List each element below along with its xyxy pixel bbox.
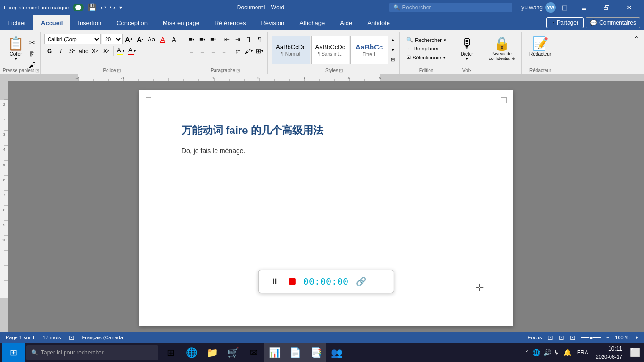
language[interactable]: Français (Canada) xyxy=(82,335,125,340)
proofing-icon[interactable]: ⊡ xyxy=(69,334,74,341)
confidentialite-button[interactable]: 🔒 Niveau de confidentialité xyxy=(485,34,519,63)
justify-button[interactable]: ≡ xyxy=(219,46,229,56)
taskview-button[interactable]: ⊞ xyxy=(160,343,181,362)
comments-button[interactable]: 💬 Commentaires xyxy=(586,17,640,28)
align-center-button[interactable]: ≡ xyxy=(197,46,207,56)
focus-button[interactable]: Focus xyxy=(528,335,542,340)
clear-format-button[interactable]: A xyxy=(157,34,168,44)
zoom-level[interactable]: 100 % xyxy=(615,335,629,340)
mail-button[interactable]: ✉ xyxy=(243,343,264,362)
tab-fichier[interactable]: Fichier xyxy=(0,15,33,30)
autosave-toggle[interactable] xyxy=(73,4,84,11)
tab-antidote[interactable]: Antidote xyxy=(360,15,397,30)
stop-button[interactable] xyxy=(289,278,296,285)
coller-button[interactable]: 📋 Coller ▾ xyxy=(5,34,27,63)
shading-button[interactable]: 🖍▾ xyxy=(243,46,254,56)
document-body[interactable]: Do, je fais le ménage. xyxy=(182,147,471,155)
style-titre1[interactable]: AaBbCc Titre 1 xyxy=(350,36,388,64)
edge-button[interactable]: 🌐 xyxy=(181,343,202,362)
tray-chevron[interactable]: ⌃ xyxy=(525,349,529,356)
close-button[interactable]: ✕ xyxy=(619,0,640,15)
mic-icon[interactable]: 🎙 xyxy=(554,349,561,356)
tab-revision[interactable]: Révision xyxy=(253,15,292,30)
decrease-indent-button[interactable]: ⇤ xyxy=(222,34,232,44)
styles-down-button[interactable]: ▼ xyxy=(389,45,396,55)
powerpoint-button[interactable]: 📑 xyxy=(305,343,326,362)
align-right-button[interactable]: ≡ xyxy=(208,46,218,56)
cut-button[interactable]: ✂ xyxy=(27,38,37,48)
tab-affichage[interactable]: Affichage xyxy=(292,15,332,30)
search-bar[interactable]: 🔍 xyxy=(389,3,512,12)
excel-button[interactable]: 📊 xyxy=(264,343,285,362)
word-button[interactable]: 📄 xyxy=(285,343,305,362)
increase-indent-button[interactable]: ⇥ xyxy=(232,34,243,44)
italic-button[interactable]: I xyxy=(56,46,66,56)
borders-button[interactable]: ⊞▾ xyxy=(254,46,264,56)
text-highlight-button[interactable]: A ▾ xyxy=(116,46,126,56)
save-icon[interactable]: 💾 xyxy=(88,3,97,12)
document-area[interactable]: 万能动词 faire 的几个高级用法 Do, je fais le ménage… xyxy=(8,81,644,332)
share-button[interactable]: ↑ Partager xyxy=(546,17,584,28)
redacteur-button[interactable]: 📝 Rédacteur xyxy=(526,34,555,58)
style-normal[interactable]: AaBbCcDc ¶ Normal xyxy=(272,36,310,64)
change-case-button[interactable]: Aa xyxy=(146,34,157,44)
ribbon-collapse-button[interactable]: ⌃ xyxy=(631,32,642,74)
volume-icon[interactable]: 🔊 xyxy=(543,349,551,356)
teams-button[interactable]: 👥 xyxy=(326,343,347,362)
read-mode-icon[interactable]: ⊡ xyxy=(570,334,576,341)
undo-icon[interactable]: ↩ xyxy=(100,4,106,11)
lang-indicator[interactable]: FRA xyxy=(575,349,590,356)
bullets-button[interactable]: ≡▾ xyxy=(186,34,197,44)
remplacer-button[interactable]: ↔ Remplacer xyxy=(404,45,449,52)
superscript-button[interactable]: X2 xyxy=(101,46,111,56)
grow-font-button[interactable]: A+ xyxy=(124,34,134,44)
shrink-font-button[interactable]: A- xyxy=(135,34,145,44)
customize-icon[interactable]: ▾ xyxy=(119,4,122,11)
link-button[interactable]: 🔗 xyxy=(356,276,366,287)
numbering-button[interactable]: ≡▾ xyxy=(197,34,207,44)
user-avatar[interactable]: YW xyxy=(545,2,556,13)
web-layout-icon[interactable]: ⊡ xyxy=(559,334,564,341)
minimize-button[interactable]: 🗕 xyxy=(573,0,595,15)
tab-conception[interactable]: Conception xyxy=(109,15,155,30)
minimize-recording-button[interactable]: — xyxy=(374,278,384,285)
zoom-slider[interactable]: ━━●━━ xyxy=(581,334,600,341)
strikethrough-button[interactable]: abc xyxy=(78,46,89,56)
store-button[interactable]: 🛒 xyxy=(223,343,243,362)
redo-icon[interactable]: ↪ xyxy=(110,4,116,11)
style-sans-int[interactable]: AaBbCcDc ¶ Sans int... xyxy=(311,36,350,64)
tab-aide[interactable]: Aide xyxy=(332,15,360,30)
tab-mise-en-page[interactable]: Mise en page xyxy=(155,15,207,30)
sort-button[interactable]: ⇅ xyxy=(243,34,254,44)
explorer-button[interactable]: 📁 xyxy=(202,343,223,362)
start-button[interactable]: ⊞ xyxy=(2,343,25,362)
dicter-button[interactable]: 🎙 Dicter ▾ xyxy=(457,34,478,63)
tab-insertion[interactable]: Insertion xyxy=(70,15,109,30)
zoom-in-button[interactable]: + xyxy=(636,335,638,340)
view-icon[interactable]: ⊡ xyxy=(561,3,568,12)
taskbar-search[interactable]: 🔍 Taper ici pour rechercher xyxy=(26,345,158,360)
page-content[interactable]: 万能动词 faire 的几个高级用法 Do, je fais le ménage… xyxy=(182,123,471,155)
multilevel-button[interactable]: ≡▾ xyxy=(208,34,218,44)
search-input[interactable] xyxy=(402,4,487,11)
bold-button[interactable]: G xyxy=(44,46,55,56)
tab-accueil[interactable]: Accueil xyxy=(33,15,70,30)
text-effects-button[interactable]: A xyxy=(169,34,179,44)
restore-button[interactable]: 🗗 xyxy=(596,0,618,15)
underline-button[interactable]: S▾ xyxy=(67,46,77,56)
copy-button[interactable]: ⎘ xyxy=(27,49,37,59)
zoom-out-button[interactable]: − xyxy=(606,335,609,340)
font-name-select[interactable]: Calibri (Corp xyxy=(44,34,101,44)
print-layout-icon[interactable]: ⊡ xyxy=(547,334,553,341)
selectionner-button[interactable]: ⊡ Sélectionner ▾ xyxy=(404,53,449,61)
align-left-button[interactable]: ≡ xyxy=(186,46,197,56)
show-marks-button[interactable]: ¶ xyxy=(254,34,264,44)
show-desktop-button[interactable]: ⬜ xyxy=(628,347,642,358)
styles-up-button[interactable]: ▲ xyxy=(389,35,396,45)
rechercher-button[interactable]: 🔍 Rechercher ▾ xyxy=(404,36,449,44)
network-icon[interactable]: 🌐 xyxy=(532,349,540,356)
font-color-button[interactable]: A ▾ xyxy=(127,46,137,56)
font-size-select[interactable]: 20 xyxy=(102,34,123,44)
subscript-button[interactable]: X2 xyxy=(90,46,100,56)
notification-icon[interactable]: 🔔 xyxy=(563,349,571,356)
